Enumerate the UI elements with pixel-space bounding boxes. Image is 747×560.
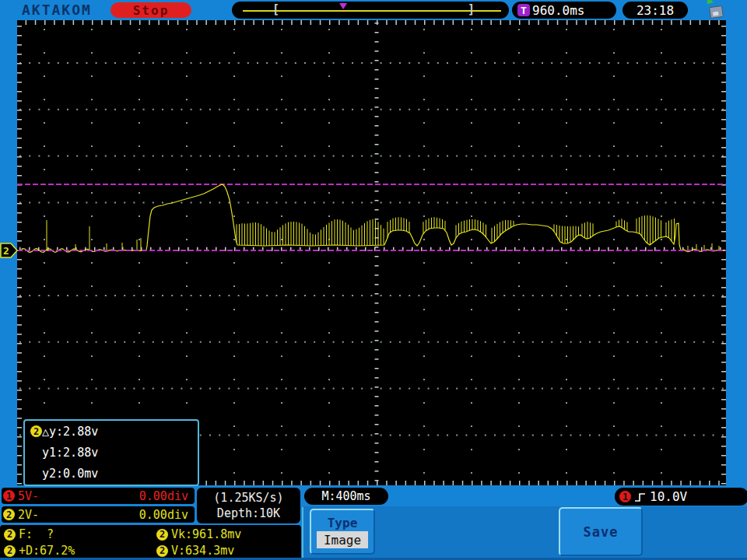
ch2-badge: 2 — [156, 529, 168, 541]
trigger-level-value: 10.0V — [650, 489, 687, 504]
record-length-line — [243, 10, 501, 12]
measurement-duty: 2 +D:67.2% — [0, 544, 153, 558]
disk-body-icon — [709, 5, 724, 19]
ch2-badge: 2 — [4, 529, 16, 541]
ch1-scale: 5V- — [18, 489, 39, 503]
memory-depth: Depth:10K — [217, 506, 280, 520]
type-value-selected[interactable]: Image — [317, 531, 368, 548]
save-button[interactable]: Save — [559, 507, 643, 556]
ch2-badge: 2 — [30, 425, 42, 437]
save-arrow-icon — [704, 0, 714, 6]
ch2-badge: 2 — [156, 545, 168, 557]
cursor-y1: y1:2.88v — [42, 446, 98, 460]
acquisition-box: (1.25KS/s) Depth:10K — [197, 488, 300, 523]
ch1-badge: 1 — [3, 490, 15, 502]
waveform-display — [17, 20, 726, 485]
run-stop-status[interactable]: Stop — [110, 2, 191, 18]
ch2-marker-label: 2 — [3, 245, 9, 257]
ch2-badge: 2 — [4, 545, 16, 557]
ch1-status-box[interactable]: 1 5V- 0.00div — [2, 488, 195, 504]
measurements-box: 2 F: ? 2 Vk:961.8mv 2 +D:67.2% 2 V:634.3… — [0, 525, 301, 560]
horizontal-position-bar[interactable]: [ ] — [232, 2, 509, 19]
trigger-t-icon: T — [517, 4, 530, 16]
sample-rate: (1.25KS/s) — [213, 491, 283, 505]
ch2-scale: 2V- — [18, 508, 39, 522]
clock-readout: 23:18 — [622, 2, 688, 19]
ch1-position: 0.00div — [139, 489, 188, 503]
cursor-readout-box: 2 △y:2.88v y1:2.88v y2:0.0mv — [23, 419, 199, 486]
trigger-position-marker-icon — [339, 3, 347, 9]
timebase-readout: M:400ms — [304, 488, 388, 505]
position-window-bracket-left: [ — [272, 2, 279, 16]
ch2-badge: 2 — [3, 509, 15, 520]
brand-logo: AKTAKOM — [22, 2, 92, 18]
measurement-v: 2 V:634.3mv — [153, 544, 301, 558]
ch2-status-box[interactable]: 2 2V- 0.00div — [2, 506, 195, 523]
measurement-frequency: 2 F: ? — [0, 527, 153, 541]
ch1-badge: 1 — [619, 491, 631, 502]
type-label: Type — [328, 516, 358, 530]
measurement-vk: 2 Vk:961.8mv — [153, 527, 301, 541]
position-window-bracket-right: ] — [468, 2, 475, 16]
cursor-y2: y2:0.0mv — [42, 467, 98, 481]
usb-disk-icon — [705, 2, 724, 19]
oscilloscope-screen: AKTAKOM Stop [ ] T 960.0ms 23:18 2 2 △y:… — [0, 0, 747, 560]
cursor-delta-y: △y:2.88v — [42, 425, 98, 439]
waveform-canvas — [17, 20, 726, 485]
trigger-level-readout: 1 10.0V — [615, 488, 747, 506]
ch2-position: 0.00div — [139, 508, 188, 522]
trigger-edge-icon — [634, 492, 647, 502]
trigger-time-value: 960.0ms — [532, 3, 584, 18]
type-menu-button[interactable]: Type Image — [310, 509, 375, 555]
save-label: Save — [584, 524, 619, 540]
run-stop-label: Stop — [133, 3, 170, 18]
trigger-time-readout: T 960.0ms — [512, 2, 616, 19]
ch2-ground-marker-icon[interactable]: 2 — [0, 243, 19, 258]
